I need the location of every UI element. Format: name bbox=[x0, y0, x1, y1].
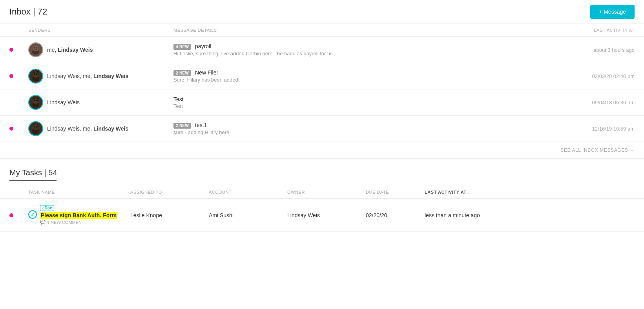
inbox-col-senders: SENDERS bbox=[28, 28, 173, 33]
owner-cell: Lindsay Weis bbox=[287, 212, 366, 218]
svg-point-13 bbox=[34, 100, 35, 101]
new-badge: 2 NEW bbox=[173, 70, 191, 76]
unread-dot bbox=[9, 48, 13, 52]
page-title: Inbox | 72 bbox=[9, 7, 47, 17]
message-subject: Test bbox=[173, 96, 184, 102]
message-subject: New File! bbox=[195, 69, 218, 76]
unread-dot bbox=[9, 74, 13, 78]
tasks-col-assigned: ASSIGNED TO bbox=[130, 190, 209, 194]
message-subject: test1 bbox=[195, 122, 207, 128]
task-unread-indicator bbox=[9, 213, 28, 217]
assigned-to-cell: Leslie Knope bbox=[130, 212, 209, 218]
comment-icon: 💬 bbox=[40, 220, 46, 225]
sort-arrow-icon: ↓ bbox=[468, 190, 470, 194]
inbox-row[interactable]: me, Lindsay Weis 4 NEW payroll Hi Leslie… bbox=[0, 37, 644, 63]
message-subject: payroll bbox=[195, 43, 211, 49]
new-badge: 2 NEW bbox=[173, 123, 191, 129]
svg-point-19 bbox=[36, 126, 38, 127]
unread-indicator bbox=[9, 74, 28, 78]
message-preview: Test bbox=[173, 103, 556, 109]
avatar-image bbox=[29, 44, 42, 56]
tasks-col-activity: LAST ACTIVITY AT ↓ bbox=[425, 190, 635, 194]
timestamp: 02/03/20 02:40 pm bbox=[556, 73, 635, 79]
svg-point-14 bbox=[36, 100, 38, 101]
sender-cell: me, Lindsay Weis bbox=[28, 42, 173, 57]
new-message-button[interactable]: + Message bbox=[590, 5, 635, 19]
message-preview: sure - adding Hilary here bbox=[173, 129, 556, 135]
message-detail: 2 NEW test1 sure - adding Hilary here bbox=[173, 122, 556, 135]
avatar bbox=[28, 69, 43, 84]
new-badge: 4 NEW bbox=[173, 44, 191, 50]
svg-point-7 bbox=[33, 72, 38, 78]
avatar-image bbox=[29, 122, 42, 135]
svg-point-18 bbox=[34, 126, 35, 127]
avatar bbox=[28, 121, 43, 136]
unread-dot bbox=[9, 127, 13, 131]
task-row[interactable]: ✓ eDoc Please sign Bank Auth. Form 💬 1 N… bbox=[0, 199, 644, 232]
inbox-section: SENDERS MESSAGE DETAILS LAST ACTIVITY AT bbox=[0, 24, 644, 159]
sender-name: Lindsay Weis, me, Lindsay Weis bbox=[47, 125, 128, 132]
svg-point-8 bbox=[34, 73, 35, 75]
svg-point-17 bbox=[33, 125, 38, 130]
check-icon: ✓ bbox=[31, 212, 35, 218]
message-detail: Test Test bbox=[173, 96, 556, 109]
svg-point-9 bbox=[36, 73, 38, 75]
sender-cell: Lindsay Weis, me, Lindsay Weis bbox=[28, 121, 173, 136]
inbox-row[interactable]: Lindsay Weis, me, Lindsay Weis 2 NEW tes… bbox=[0, 116, 644, 142]
due-date-cell: 02/20/20 bbox=[366, 212, 425, 218]
inbox-row[interactable]: Lindsay Weis Test Test 09/04/18 05:36 am bbox=[0, 89, 644, 116]
timestamp: about 3 hours ago bbox=[556, 47, 635, 53]
timestamp: 12/16/19 10:59 am bbox=[556, 126, 635, 132]
tasks-column-headers: TASK NAME ASSIGNED TO ACCOUNT OWNER DUE … bbox=[0, 186, 644, 199]
svg-point-12 bbox=[33, 98, 38, 104]
tasks-col-name: TASK NAME bbox=[28, 190, 130, 194]
message-detail: 2 NEW New File! Sure! Hilary has been ad… bbox=[173, 69, 556, 83]
unread-indicator bbox=[9, 100, 28, 104]
my-tasks-section: My Tasks | 54 TASK NAME ASSIGNED TO ACCO… bbox=[0, 159, 644, 232]
avatar-image bbox=[29, 96, 42, 109]
task-name-cell: ✓ eDoc Please sign Bank Auth. Form 💬 1 N… bbox=[28, 204, 130, 226]
task-checkbox[interactable]: ✓ bbox=[28, 210, 37, 219]
no-dot bbox=[9, 100, 13, 104]
task-unread-dot bbox=[9, 213, 13, 217]
avatar bbox=[28, 95, 43, 110]
see-all-wrapper: SEE ALL INBOX MESSAGES → bbox=[0, 142, 644, 159]
svg-point-3 bbox=[34, 47, 35, 49]
my-tasks-underline bbox=[9, 180, 57, 181]
see-all-inbox-link[interactable]: SEE ALL INBOX MESSAGES → bbox=[560, 147, 635, 153]
my-tasks-header: My Tasks | 54 bbox=[0, 159, 644, 181]
page-header: Inbox | 72 + Message bbox=[0, 0, 644, 24]
my-tasks-title: My Tasks | 54 bbox=[9, 168, 635, 177]
tasks-col-dot bbox=[9, 190, 28, 194]
svg-point-4 bbox=[36, 47, 38, 49]
task-name-text: Please sign Bank Auth. Form bbox=[40, 212, 117, 219]
comment-note: 💬 1 NEW COMMENT bbox=[40, 220, 117, 225]
message-preview: Hi Leslie, sure thing. I've added Corbin… bbox=[173, 51, 556, 56]
sender-name: Lindsay Weis bbox=[47, 99, 80, 105]
tasks-col-due: DUE DATE bbox=[366, 190, 425, 194]
tasks-col-owner: OWNER bbox=[287, 190, 366, 194]
message-preview: Sure! Hilary has been added! bbox=[173, 77, 556, 83]
edoc-badge: eDoc bbox=[40, 205, 54, 211]
sender-name: Lindsay Weis, me, Lindsay Weis bbox=[47, 73, 128, 79]
sender-cell: Lindsay Weis, me, Lindsay Weis bbox=[28, 69, 173, 84]
sender-name: me, Lindsay Weis bbox=[47, 47, 93, 53]
inbox-row[interactable]: Lindsay Weis, me, Lindsay Weis 2 NEW New… bbox=[0, 63, 644, 89]
tasks-col-account: ACCOUNT bbox=[209, 190, 287, 194]
comment-text: 1 NEW COMMENT bbox=[47, 220, 84, 225]
timestamp: 09/04/18 05:36 am bbox=[556, 100, 635, 105]
inbox-col-dot bbox=[9, 28, 28, 33]
inbox-col-message-details: MESSAGE DETAILS bbox=[173, 28, 556, 33]
sender-cell: Lindsay Weis bbox=[28, 95, 173, 110]
avatar-image bbox=[29, 69, 42, 83]
last-activity-cell: less than a minute ago bbox=[425, 212, 635, 218]
inbox-column-headers: SENDERS MESSAGE DETAILS LAST ACTIVITY AT bbox=[0, 24, 644, 37]
inbox-col-last-activity: LAST ACTIVITY AT bbox=[556, 28, 635, 33]
unread-indicator bbox=[9, 48, 28, 52]
account-cell: Ami Sushi bbox=[209, 212, 287, 218]
message-detail: 4 NEW payroll Hi Leslie, sure thing. I'v… bbox=[173, 43, 556, 56]
avatar bbox=[28, 42, 43, 57]
unread-indicator bbox=[9, 127, 28, 131]
svg-point-2 bbox=[33, 46, 38, 51]
